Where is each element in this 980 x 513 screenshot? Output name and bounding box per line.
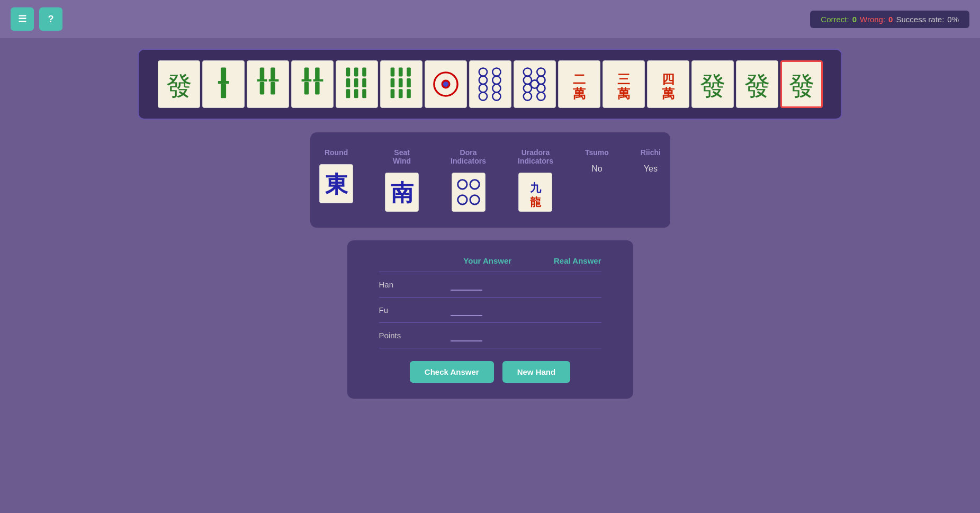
dora-col: Dora Indicators (451, 148, 486, 212)
dora-label: Dora Indicators (451, 148, 486, 165)
tile-11-man3: 三 萬 (603, 60, 645, 108)
tile-5-bamboo4 (336, 60, 378, 108)
svg-rect-24 (354, 68, 358, 77)
svg-rect-53 (517, 64, 553, 105)
help-button[interactable]: ? (39, 7, 62, 31)
svg-text:二: 二 (573, 72, 586, 86)
svg-rect-39 (407, 89, 411, 98)
uradora-col: Uradora Indicators 九 龍 (518, 148, 553, 212)
tsumo-col: Tsumo No (585, 148, 609, 174)
fu-input[interactable] (451, 304, 482, 316)
seat-wind-label: Seat Wind (385, 148, 419, 165)
wrong-label: Wrong: (860, 15, 885, 24)
your-answer-label: Your Answer (463, 256, 511, 265)
han-label: Han (379, 280, 421, 289)
tile-13-hatsu2: 發 (691, 60, 734, 108)
svg-rect-22 (346, 78, 350, 87)
svg-text:萬: 萬 (573, 86, 586, 101)
svg-text:南: 南 (391, 180, 413, 205)
svg-rect-11 (257, 79, 267, 82)
riichi-label: Riichi (641, 148, 661, 157)
svg-text:四: 四 (662, 72, 675, 86)
svg-rect-6 (250, 64, 286, 105)
tsumo-value: No (591, 164, 602, 174)
header-left: ☰ ? (11, 7, 62, 31)
svg-text:萬: 萬 (662, 86, 675, 101)
svg-rect-19 (313, 79, 323, 82)
tile-14-hatsu3: 發 (736, 60, 778, 108)
points-label: Points (379, 331, 421, 340)
svg-rect-35 (398, 78, 402, 87)
success-rate-value: 0% (947, 15, 959, 24)
correct-value: 0 (852, 15, 857, 24)
stats-bar: Correct: 0 Wrong: 0 Success rate: 0% (810, 11, 969, 28)
main-content: 發 (0, 38, 980, 409)
han-input-area (421, 278, 511, 291)
svg-rect-21 (346, 68, 350, 77)
svg-rect-34 (398, 68, 402, 77)
svg-rect-12 (268, 79, 278, 82)
menu-button[interactable]: ☰ (11, 7, 34, 31)
svg-rect-31 (390, 68, 394, 77)
points-input-area (421, 329, 511, 341)
svg-rect-5 (218, 81, 228, 84)
fu-label: Fu (379, 305, 421, 314)
tiles-row: 發 (158, 60, 823, 108)
tile-2-bamboo1 (202, 60, 245, 108)
svg-text:萬: 萬 (617, 86, 631, 101)
tsumo-label: Tsumo (585, 148, 609, 157)
svg-rect-25 (354, 78, 358, 87)
answer-header: Your Answer Real Answer (379, 256, 601, 272)
svg-rect-36 (398, 89, 402, 98)
seat-wind-tile: 南 (385, 173, 419, 212)
svg-rect-26 (354, 89, 358, 98)
svg-text:發: 發 (166, 71, 192, 100)
svg-rect-32 (390, 78, 394, 87)
uradora-label: Uradora Indicators (518, 148, 553, 165)
info-panel: Round 東 Seat Wind 南 (310, 132, 670, 228)
svg-rect-10 (271, 82, 275, 95)
seat-wind-col: Seat Wind 南 (385, 148, 419, 212)
svg-rect-15 (304, 82, 309, 95)
han-row: Han (379, 272, 601, 298)
svg-text:發: 發 (699, 71, 725, 100)
svg-rect-37 (407, 68, 411, 77)
svg-point-43 (443, 82, 448, 87)
svg-rect-23 (346, 89, 350, 98)
svg-rect-29 (362, 89, 366, 98)
check-answer-button[interactable]: Check Answer (410, 361, 494, 383)
success-rate-label: Success rate: (896, 15, 944, 24)
svg-rect-27 (362, 68, 366, 77)
svg-rect-8 (259, 82, 264, 95)
fu-row: Fu (379, 298, 601, 323)
points-row: Points (379, 323, 601, 348)
uradora-tile: 九 龍 (518, 173, 552, 212)
new-hand-button[interactable]: New Hand (502, 361, 571, 383)
correct-label: Correct: (821, 15, 849, 24)
buttons-row: Check Answer New Hand (410, 361, 570, 383)
svg-rect-38 (407, 78, 411, 87)
info-row: Round 東 Seat Wind 南 (319, 148, 661, 212)
svg-rect-14 (304, 68, 309, 80)
han-input[interactable] (451, 278, 482, 291)
svg-rect-82 (452, 173, 485, 211)
tile-1-hatsu: 發 (158, 60, 200, 108)
tile-9-circle9 (514, 60, 556, 108)
svg-text:發: 發 (744, 71, 770, 100)
round-tile: 東 (319, 164, 353, 203)
svg-rect-13 (294, 64, 330, 105)
svg-rect-16 (315, 68, 320, 80)
svg-rect-9 (271, 68, 275, 80)
svg-rect-17 (315, 82, 320, 95)
wrong-value: 0 (888, 15, 893, 24)
tile-7-circle1 (425, 60, 467, 108)
tile-3-bamboo2 (247, 60, 289, 108)
svg-rect-33 (390, 89, 394, 98)
round-col: Round 東 (319, 148, 353, 203)
header: ☰ ? Correct: 0 Wrong: 0 Success rate: 0% (0, 0, 980, 38)
real-answer-label: Real Answer (554, 256, 601, 265)
tile-12-man4: 四 萬 (647, 60, 689, 108)
tiles-container: 發 (138, 49, 842, 120)
svg-rect-4 (220, 84, 226, 98)
points-input[interactable] (451, 329, 482, 341)
